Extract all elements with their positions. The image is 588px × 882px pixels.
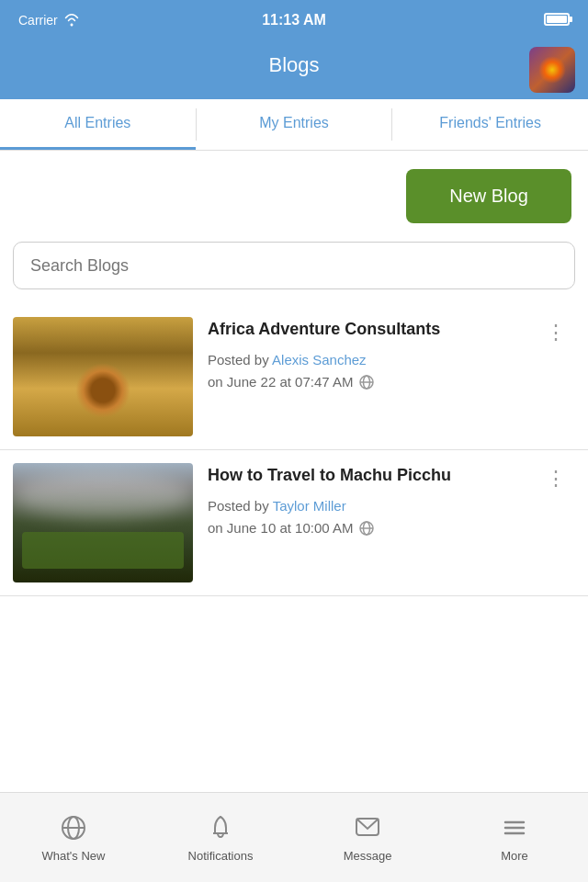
- tab-my-entries[interactable]: My Entries: [197, 99, 392, 150]
- status-bar: Carrier 11:13 AM: [0, 0, 588, 40]
- tab-friends-entries[interactable]: Friends' Entries: [392, 99, 588, 150]
- blog-title-2: How to Travel to Machu Picchu: [208, 465, 451, 486]
- globe-icon-1: [358, 374, 375, 390]
- blog-content-1: Africa Adventure Consultants ⋮ Posted by…: [208, 317, 575, 393]
- new-blog-area: New Blog: [0, 151, 588, 242]
- whats-new-label: What's New: [42, 849, 106, 863]
- blog-title-1: Africa Adventure Consultants: [208, 319, 440, 340]
- globe-tab-icon: [58, 812, 89, 843]
- bottom-tab-notifications[interactable]: Notifications: [147, 793, 294, 882]
- message-label: Message: [344, 849, 392, 863]
- menu-icon: [499, 812, 530, 843]
- battery-icon: [544, 13, 570, 28]
- blog-thumbnail-2: [13, 463, 193, 582]
- tab-bar: All Entries My Entries Friends' Entries: [0, 99, 588, 151]
- message-icon: [352, 812, 383, 843]
- bottom-tab-bar: What's New Notifications Message: [0, 792, 588, 882]
- blog-content-2: How to Travel to Machu Picchu ⋮ Posted b…: [208, 463, 575, 539]
- notifications-label: Notifications: [188, 849, 254, 863]
- bottom-tab-more[interactable]: More: [441, 793, 588, 882]
- header: Blogs: [0, 40, 588, 99]
- bottom-tab-message[interactable]: Message: [294, 793, 441, 882]
- bottom-tab-whats-new[interactable]: What's New: [0, 793, 147, 882]
- bell-icon: [205, 812, 236, 843]
- page-title: Blogs: [268, 53, 319, 77]
- wifi-icon: [63, 14, 80, 27]
- blog-meta-2: Posted by Taylor Miller on June 10 at 10…: [208, 495, 575, 539]
- blog-list: Africa Adventure Consultants ⋮ Posted by…: [0, 304, 588, 596]
- globe-icon-2: [358, 520, 375, 537]
- blog-item: Africa Adventure Consultants ⋮ Posted by…: [0, 304, 588, 450]
- new-blog-button[interactable]: New Blog: [406, 169, 571, 223]
- blog-item-2: How to Travel to Machu Picchu ⋮ Posted b…: [0, 450, 588, 596]
- carrier: Carrier: [18, 13, 80, 28]
- status-time: 11:13 AM: [262, 12, 326, 28]
- more-label: More: [501, 849, 528, 863]
- search-area: [0, 242, 588, 304]
- blog-date-1: on June 22 at 07:47 AM: [208, 371, 575, 393]
- blog-more-button-2[interactable]: ⋮: [538, 465, 575, 492]
- blog-thumbnail-1: [13, 317, 193, 436]
- blog-date-2: on June 10 at 10:00 AM: [208, 517, 575, 539]
- blog-meta-1: Posted by Alexis Sanchez on June 22 at 0…: [208, 349, 575, 393]
- tab-all-entries[interactable]: All Entries: [0, 99, 196, 150]
- header-avatar[interactable]: [529, 47, 575, 93]
- search-input[interactable]: [13, 242, 575, 289]
- blog-more-button-1[interactable]: ⋮: [538, 319, 575, 346]
